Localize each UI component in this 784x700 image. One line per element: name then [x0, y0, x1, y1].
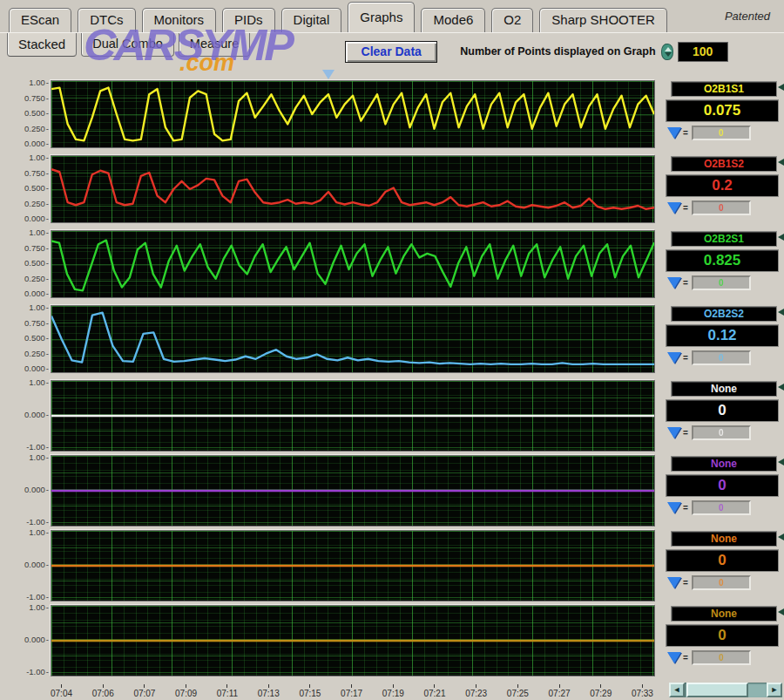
plot-area-3: [51, 230, 655, 298]
channel-arrow-icon: [778, 158, 784, 167]
y-tick-label: 0.000: [24, 486, 49, 493]
cursor-readout-row-2: =0: [667, 200, 779, 215]
channel-value-2: 0.2: [666, 174, 779, 197]
y-tick-label: 1.00: [29, 79, 49, 86]
sub-tabbar: StackedDual ComboMeasure: [0, 33, 254, 57]
spinner-down-icon[interactable]: [665, 52, 672, 57]
y-tick-label: 1.00: [29, 229, 49, 236]
y-tick-label: 1.00: [29, 304, 49, 311]
plot-area-2: [51, 155, 655, 223]
plot-area-8: [51, 605, 655, 676]
channel-select-7[interactable]: None: [671, 531, 777, 547]
time-label: 07:17: [341, 684, 362, 699]
channel-block-8: None0=0: [655, 605, 784, 676]
cursor-value-box-1: 0: [692, 126, 751, 140]
tab-mode6[interactable]: Mode6: [421, 8, 485, 32]
channel-select-6[interactable]: None: [671, 456, 777, 472]
spinner-up-icon[interactable]: [665, 47, 672, 51]
equals-label: =: [683, 653, 688, 663]
tab-digital[interactable]: Digital: [281, 8, 342, 32]
graph-cursor-marker[interactable]: [322, 70, 335, 79]
y-tick-label: 0.250: [24, 200, 49, 207]
tab-escan[interactable]: EScan: [9, 8, 71, 32]
channel-block-1: O2B1S10.075=0: [655, 80, 784, 148]
points-spinner[interactable]: [661, 44, 673, 60]
channel-value-4: 0.12: [666, 324, 779, 347]
y-tick-label: 0.750: [24, 170, 49, 177]
time-label: 07:15: [299, 684, 321, 699]
cursor-triangle-icon[interactable]: [667, 202, 681, 214]
tab-monitors[interactable]: Monitors: [142, 8, 217, 32]
y-axis-2: 1.000.7500.5000.2500.000: [0, 155, 51, 223]
channel-select-4[interactable]: O2B2S2: [671, 306, 777, 322]
y-tick-label: -1.00: [26, 519, 49, 526]
cursor-readout-row-3: =0: [667, 275, 779, 290]
y-tick-label: -1.00: [26, 669, 49, 676]
channel-select-1[interactable]: O2B1S1: [671, 81, 777, 97]
y-tick-label: 1.00: [29, 454, 49, 461]
cursor-triangle-icon[interactable]: [667, 352, 681, 364]
y-tick-label: 0.250: [24, 350, 49, 357]
tab-sharp-shooter[interactable]: Sharp SHOOTER: [539, 8, 666, 32]
stacked-graphs-area: 1.000.7500.5000.2500.000O2B1S10.075=01.0…: [0, 70, 784, 680]
plot-area-5: [51, 380, 655, 452]
scrollbar-track[interactable]: [685, 683, 767, 697]
y-tick-label: -1.00: [26, 594, 49, 601]
cursor-value-box-7: 0: [692, 575, 751, 590]
graph-row-3: 1.000.7500.5000.2500.000O2B2S10.825=0: [0, 230, 784, 298]
time-label: 07:19: [382, 684, 404, 699]
cursor-readout-row-4: =0: [667, 350, 779, 365]
clear-data-button[interactable]: Clear Data: [345, 41, 437, 63]
channel-select-8[interactable]: None: [671, 606, 777, 622]
equals-label: =: [683, 503, 688, 513]
time-label: 07:25: [507, 684, 529, 699]
channel-select-3[interactable]: O2B2S1: [671, 231, 777, 247]
cursor-triangle-icon[interactable]: [667, 652, 681, 663]
tab-o2[interactable]: O2: [491, 8, 533, 32]
cursor-triangle-icon[interactable]: [667, 577, 681, 588]
time-label: 07:33: [632, 684, 653, 699]
tab-graphs[interactable]: Graphs: [348, 2, 415, 32]
subtab-measure[interactable]: Measure: [179, 33, 250, 57]
y-axis-8: 1.000.000-1.00: [0, 605, 51, 676]
scrollbar-thumb[interactable]: [686, 683, 748, 697]
y-axis-5: 1.000.000-1.00: [0, 380, 51, 452]
time-label: 07:11: [217, 684, 238, 699]
cursor-readout-row-7: =0: [667, 575, 779, 590]
channel-block-2: O2B1S20.2=0: [655, 155, 784, 223]
channel-select-5[interactable]: None: [671, 381, 777, 397]
scroll-left-button[interactable]: ◄: [669, 683, 685, 697]
tab-dtcs[interactable]: DTCs: [78, 8, 135, 32]
cursor-readout-row-6: =0: [667, 500, 779, 515]
equals-label: =: [683, 203, 688, 213]
cursor-triangle-icon[interactable]: [667, 277, 681, 289]
subtab-dual-combo[interactable]: Dual Combo: [81, 33, 174, 57]
graph-row-6: 1.000.000-1.00None0=0: [0, 455, 784, 527]
graph-row-8: 1.000.000-1.00None0=0: [0, 605, 784, 676]
horizontal-scrollbar[interactable]: ◄ ►: [669, 683, 782, 697]
channel-arrow-icon: [778, 608, 784, 616]
points-value-display: 100: [678, 42, 728, 62]
y-tick-label: 1.00: [29, 154, 49, 161]
channel-value-1: 0.075: [666, 99, 779, 122]
channel-value-6: 0: [666, 474, 779, 497]
tab-pids[interactable]: PIDs: [222, 8, 275, 32]
cursor-value-box-3: 0: [692, 275, 751, 290]
cursor-triangle-icon[interactable]: [667, 502, 681, 513]
y-tick-label: 0.000: [24, 561, 49, 568]
cursor-value-box-5: 0: [692, 425, 751, 440]
channel-select-2[interactable]: O2B1S2: [671, 156, 777, 172]
time-label: 07:04: [51, 684, 72, 699]
cursor-triangle-icon[interactable]: [667, 427, 681, 438]
plot-area-7: [51, 530, 655, 601]
cursor-triangle-icon[interactable]: [667, 127, 681, 139]
channel-block-3: O2B2S10.825=0: [655, 230, 784, 298]
subtab-stacked[interactable]: Stacked: [7, 33, 77, 57]
y-tick-label: 0.250: [24, 126, 49, 133]
channel-block-5: None0=0: [655, 380, 784, 452]
channel-value-3: 0.825: [666, 249, 779, 272]
scroll-right-button[interactable]: ►: [767, 683, 782, 697]
channel-block-6: None0=0: [655, 455, 784, 527]
channel-arrow-icon: [778, 83, 784, 92]
cursor-value-box-4: 0: [692, 350, 751, 365]
